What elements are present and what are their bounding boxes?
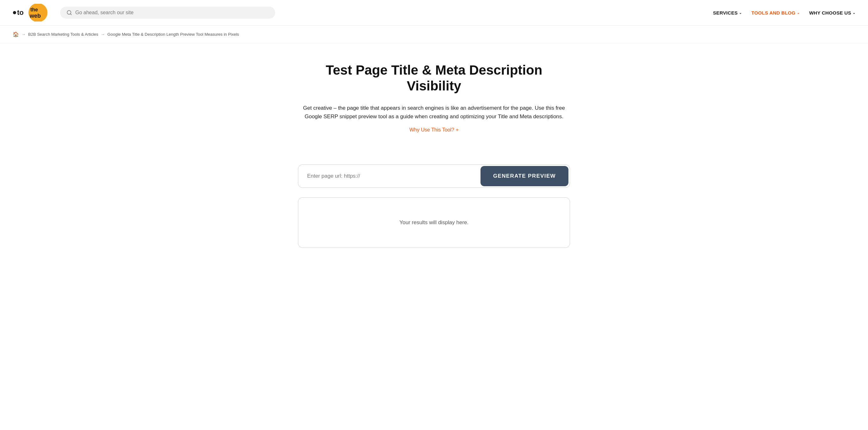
nav-services[interactable]: SERVICES ⌄ xyxy=(713,10,742,15)
svg-text:the: the xyxy=(30,7,38,12)
breadcrumb-separator-2: → xyxy=(101,32,105,37)
url-input-section: GENERATE PREVIEW xyxy=(292,164,576,188)
svg-line-6 xyxy=(70,13,71,14)
main-nav: SERVICES ⌄ TOOLS AND BLOG ⌄ WHY CHOOSE U… xyxy=(713,10,855,15)
site-search-bar[interactable] xyxy=(60,7,275,19)
logo[interactable]: to the web xyxy=(13,4,51,22)
results-box: Your results will display here. xyxy=(298,197,570,248)
nav-why-choose-us[interactable]: WHY CHOOSE US ⌄ xyxy=(809,10,855,15)
chevron-down-icon: ⌄ xyxy=(852,11,855,15)
why-use-tool-link[interactable]: Why Use This Tool? + xyxy=(409,127,458,132)
breadcrumb-home-icon[interactable]: 🏠 xyxy=(13,31,19,37)
svg-text:web: web xyxy=(29,13,41,19)
nav-tools-and-blog[interactable]: TOOLS AND BLOG ⌄ xyxy=(751,10,800,15)
svg-text:to: to xyxy=(17,8,24,16)
main-content: Test Page Title & Meta Description Visib… xyxy=(0,43,868,248)
results-section: Your results will display here. xyxy=(292,197,576,248)
generate-preview-button[interactable]: GENERATE PREVIEW xyxy=(480,166,568,186)
search-input[interactable] xyxy=(75,10,269,15)
chevron-down-icon: ⌄ xyxy=(739,11,742,15)
url-input[interactable] xyxy=(298,166,479,186)
breadcrumb: 🏠 → B2B Search Marketing Tools & Article… xyxy=(0,26,868,43)
search-icon xyxy=(66,10,72,15)
breadcrumb-tools-link[interactable]: B2B Search Marketing Tools & Articles xyxy=(28,32,98,37)
breadcrumb-current-page: Google Meta Title & Description Length P… xyxy=(107,32,239,37)
results-placeholder-text: Your results will display here. xyxy=(393,204,475,241)
page-title: Test Page Title & Meta Description Visib… xyxy=(298,62,570,94)
chevron-down-icon: ⌄ xyxy=(797,11,800,15)
svg-point-0 xyxy=(13,11,16,14)
site-header: to the web SERVICES ⌄ TOOLS AND BLOG ⌄ W… xyxy=(0,0,868,26)
page-description: Get creative – the page title that appea… xyxy=(298,104,570,121)
url-input-row: GENERATE PREVIEW xyxy=(298,164,570,188)
breadcrumb-separator-1: → xyxy=(22,32,26,37)
